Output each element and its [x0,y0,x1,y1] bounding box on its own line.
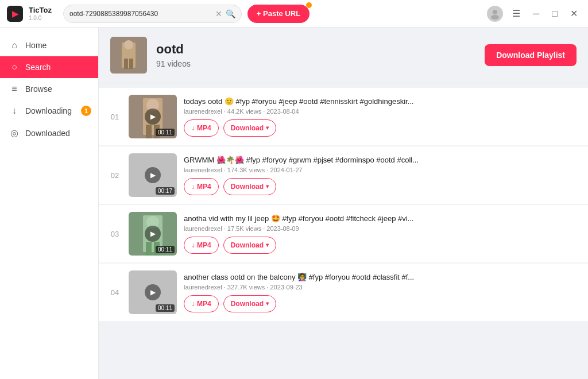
mp4-button[interactable]: ↓ MP4 [184,295,219,312]
playlist-name: ootd [156,42,475,57]
chevron-down-icon: ▾ [266,242,269,248]
paste-url-label: + Paste URL [257,9,300,18]
mp4-button[interactable]: ↓ MP4 [184,237,219,254]
sidebar: ⌂ Home ○ Search ≡ Browse ↓ Downloading 1… [0,28,99,379]
play-icon[interactable]: ▶ [145,284,161,300]
sidebar-label-downloaded: Downloaded [25,129,70,138]
video-meta: laurenedrexel · 174.3K views · 2024-01-2… [184,167,579,173]
app-logo: ▶ [7,6,23,22]
paste-badge [306,2,312,8]
video-thumbnail: ▶ 00:17 [129,153,177,197]
chevron-down-icon: ▾ [266,125,269,131]
play-icon[interactable]: ▶ [145,109,161,125]
close-button[interactable]: ✕ [567,6,581,21]
app-logo-char: ▶ [12,9,18,18]
svg-rect-10 [146,125,152,138]
home-icon: ⌂ [9,40,20,51]
sidebar-label-browse: Browse [25,84,52,94]
video-title: GRWMM 🌺🌴🌺 #fyp #foryoy #grwm #pjset #dor… [184,156,579,164]
download-small-icon: ↓ [191,241,195,249]
video-list: 01 ▶ 00:11 todays ootd 🙂 #fyp #foryou #j… [99,83,588,379]
download-label: Download [231,300,264,308]
maximize-button[interactable]: □ [548,6,561,21]
url-search-icon: 🔍 [226,9,235,18]
video-thumbnail: ▶ 00:11 [129,212,177,256]
sidebar-label-home: Home [25,41,47,50]
playlist-header: ootd 91 videos Download Playlist [99,28,588,83]
download-small-icon: ↓ [191,300,195,308]
video-actions: ↓ MP4 Download ▾ [184,119,579,137]
video-meta: laurenedrexel · 44.2K views · 2023-08-04 [184,108,579,115]
play-icon[interactable]: ▶ [145,226,161,242]
mp4-button[interactable]: ↓ MP4 [184,119,219,137]
playlist-thumb-image [110,37,147,74]
sidebar-label-downloading: Downloading [25,106,72,115]
download-button[interactable]: Download ▾ [223,237,276,254]
video-info: anotha vid with my lil jeep 🤩 #fyp #fory… [184,214,579,254]
video-item: 03 ▶ 00:11 anotha vid with my lil jeep 🤩… [99,205,588,262]
avatar[interactable] [487,6,503,22]
download-label: Download [231,124,264,132]
playlist-info: ootd 91 videos [156,42,475,68]
url-clear-icon[interactable]: ✕ [215,9,222,18]
download-playlist-button[interactable]: Download Playlist [485,44,577,66]
video-index: 01 [108,113,122,121]
svg-point-1 [491,15,499,20]
svg-rect-5 [124,59,128,69]
chevron-down-icon: ▾ [266,183,269,190]
sidebar-badge-downloading: 1 [81,106,91,116]
video-title: another class ootd on the balcony 👩‍🏫 #f… [184,273,579,281]
download-button[interactable]: Download ▾ [223,119,276,137]
sidebar-label-search: Search [25,63,51,72]
video-actions: ↓ MP4 Download ▾ [184,295,579,312]
paste-url-button[interactable]: + Paste URL [247,5,310,23]
download-label: Download [231,183,264,191]
download-label: Download [231,241,264,249]
video-title: anotha vid with my lil jeep 🤩 #fyp #fory… [184,214,579,223]
video-duration: 00:11 [156,129,175,136]
video-meta: laurenedrexel · 17.5K views · 2023-08-09 [184,225,579,232]
play-icon[interactable]: ▶ [145,167,161,183]
mp4-button[interactable]: ↓ MP4 [184,178,219,195]
video-thumbnail: ▶ 00:11 [129,95,177,138]
url-bar[interactable]: ootd-7290885389987056430 ✕ 🔍 [63,5,242,23]
playlist-count: 91 videos [156,59,475,68]
playlist-thumbnail [110,37,147,74]
video-thumbnail: ▶ 00:11 [129,270,177,314]
content-area: ootd 91 videos Download Playlist 01 ▶ 00… [99,28,588,379]
main-layout: ⌂ Home ○ Search ≡ Browse ↓ Downloading 1… [0,28,588,379]
browse-icon: ≡ [9,84,20,94]
video-duration: 00:11 [156,304,175,312]
video-info: todays ootd 🙂 #fyp #foryou #jeep #ootd #… [184,97,579,137]
sidebar-item-home[interactable]: ⌂ Home [0,34,98,56]
sidebar-item-downloaded[interactable]: ◎ Downloaded [0,122,98,144]
mp4-label: MP4 [197,300,211,308]
download-button[interactable]: Download ▾ [223,178,276,195]
app-version: 1.0.0 [29,15,52,21]
sidebar-item-downloading[interactable]: ↓ Downloading 1 [0,100,98,122]
svg-rect-6 [129,59,133,69]
video-item: 01 ▶ 00:11 todays ootd 🙂 #fyp #foryou #j… [99,88,588,145]
app-title-block: TicToz 1.0.0 [29,6,52,21]
menu-button[interactable]: ☰ [509,6,524,21]
mp4-label: MP4 [197,241,211,249]
video-actions: ↓ MP4 Download ▾ [184,237,579,254]
video-actions: ↓ MP4 Download ▾ [184,178,579,195]
svg-point-0 [493,10,497,14]
video-info: GRWMM 🌺🌴🌺 #fyp #foryoy #grwm #pjset #dor… [184,156,579,195]
download-small-icon: ↓ [191,183,195,191]
mp4-label: MP4 [197,183,211,191]
download-button[interactable]: Download ▾ [223,295,276,312]
titlebar: ▶ TicToz 1.0.0 ootd-7290885389987056430 … [0,0,588,28]
video-index: 04 [108,288,122,297]
video-item: 04 ▶ 00:11 another class ootd on the bal… [99,264,588,321]
mp4-label: MP4 [197,124,211,132]
svg-rect-15 [146,242,152,256]
video-index: 02 [108,171,122,180]
sidebar-item-browse[interactable]: ≡ Browse [0,78,98,100]
download-small-icon: ↓ [191,124,195,132]
app-name: TicToz [29,6,52,15]
sidebar-item-search[interactable]: ○ Search [0,56,98,78]
video-duration: 00:17 [156,187,175,195]
minimize-button[interactable]: ─ [529,6,543,21]
